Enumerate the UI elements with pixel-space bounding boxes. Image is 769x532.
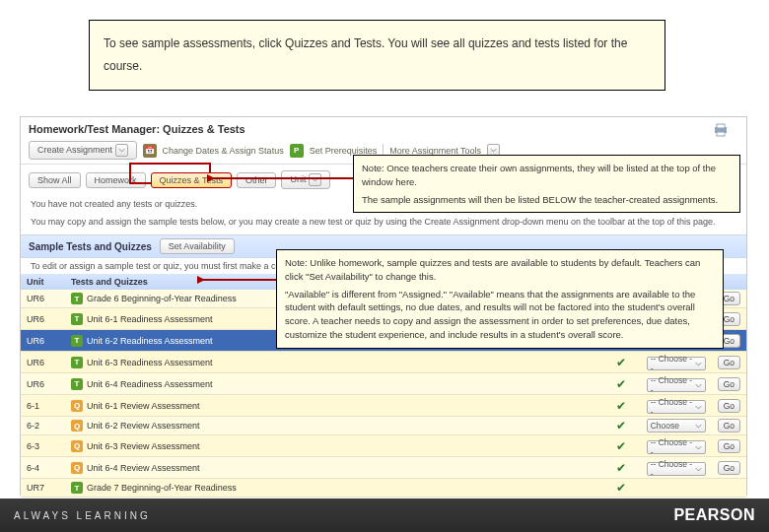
callout-teacher-assignments: Note: Once teachers create their own ass…	[353, 155, 740, 213]
set-prereq-link[interactable]: Set Prerequisites	[310, 146, 378, 156]
quiz-icon: Q	[71, 420, 83, 432]
cell-action	[641, 479, 712, 498]
table-row[interactable]: 6-1QUnit 6-1 Review Assessment✔-- Choose…	[21, 395, 746, 417]
check-icon: ✔	[607, 439, 635, 453]
cell-name: QUnit 6-4 Review Assessment	[65, 457, 601, 479]
go-button[interactable]: Go	[718, 356, 740, 369]
table-row[interactable]: 6-2QUnit 6-2 Review Assessment✔ChooseGo	[21, 417, 746, 435]
table-row[interactable]: 6-4QUnit 6-4 Review Assessment✔-- Choose…	[21, 457, 746, 479]
test-icon: T	[71, 313, 83, 325]
svg-rect-2	[717, 132, 725, 136]
check-icon: ✔	[607, 481, 635, 495]
cell-go: Go	[712, 457, 746, 479]
cell-available: ✔	[601, 373, 641, 395]
cell-action: -- Choose --	[641, 373, 712, 395]
cell-unit: UR6	[21, 373, 65, 395]
action-select[interactable]: -- Choose --	[647, 440, 706, 454]
quiz-icon: Q	[71, 440, 83, 452]
cell-go: Go	[712, 352, 746, 373]
action-select[interactable]: -- Choose --	[647, 400, 706, 414]
filter-homework[interactable]: Homework	[86, 172, 146, 188]
app-title: Homework/Test Manager: Quizzes & Tests	[21, 117, 746, 137]
test-icon: T	[71, 293, 83, 304]
check-icon: ✔	[607, 399, 635, 413]
cell-available: ✔	[601, 417, 641, 435]
cell-go: Go	[712, 395, 746, 417]
callout-text: The sample assignments will then be list…	[362, 193, 732, 207]
cell-available: ✔	[601, 395, 641, 417]
arrow-icon	[207, 170, 355, 200]
print-icon[interactable]	[713, 123, 729, 139]
table-row[interactable]: UR6TUnit 6-3 Readiness Assessment✔-- Cho…	[21, 352, 746, 373]
filter-show-all[interactable]: Show All	[29, 172, 81, 188]
footer-tagline: ALWAYS LEARNING	[14, 510, 151, 521]
cell-action: Choose	[641, 417, 712, 435]
go-button[interactable]: Go	[718, 399, 740, 413]
cell-go: Go	[712, 373, 746, 395]
create-assignment-button[interactable]: Create Assignment	[29, 141, 137, 160]
col-unit: Unit	[21, 274, 65, 290]
action-select[interactable]: Choose	[647, 419, 706, 432]
sample-section-title: Sample Tests and Quizzes	[29, 241, 152, 252]
cell-name: TGrade 7 Beginning-of-Year Readiness	[65, 479, 601, 498]
prereq-icon: P	[290, 144, 304, 158]
quiz-icon: Q	[71, 462, 83, 474]
arrow-icon	[197, 272, 282, 292]
go-button[interactable]: Go	[718, 461, 740, 475]
cell-go: Go	[712, 417, 746, 435]
change-dates-link[interactable]: Change Dates & Assign Status	[163, 146, 284, 156]
quiz-icon: Q	[71, 400, 83, 412]
calendar-icon: 📅	[143, 144, 157, 158]
go-button[interactable]: Go	[718, 377, 740, 391]
go-button[interactable]: Go	[718, 439, 740, 453]
table-row[interactable]: UR6TUnit 6-4 Readiness Assessment✔-- Cho…	[21, 373, 746, 395]
cell-available: ✔	[601, 479, 641, 498]
chevron-down-icon[interactable]	[115, 144, 128, 157]
cell-unit: UR6	[21, 352, 65, 373]
callout-text: "Available" is different from "Assigned.…	[285, 288, 715, 342]
action-select[interactable]: -- Choose --	[647, 378, 706, 392]
cell-action: -- Choose --	[641, 435, 712, 457]
cell-go: Go	[712, 435, 746, 457]
action-select[interactable]: -- Choose --	[647, 357, 706, 370]
instruction-callout: To see sample assessments, click Quizzes…	[89, 20, 665, 91]
test-icon: T	[71, 357, 83, 368]
cell-unit: 6-3	[21, 435, 65, 457]
cell-name: TUnit 6-3 Readiness Assessment	[65, 352, 601, 373]
cell-available: ✔	[601, 352, 641, 373]
table-row[interactable]: UR7TGrade 7 Beginning-of-Year Readiness✔	[21, 479, 746, 498]
create-label: Create Assignment	[37, 145, 112, 155]
test-icon: T	[71, 378, 83, 390]
cell-unit: 6-1	[21, 395, 65, 417]
cell-go	[712, 479, 746, 498]
cell-unit: UR6	[21, 330, 65, 352]
callout-text: Note: Once teachers create their own ass…	[362, 162, 732, 189]
cell-action: -- Choose --	[641, 395, 712, 417]
cell-unit: UR6	[21, 290, 65, 308]
cell-unit: 6-2	[21, 417, 65, 435]
callout-availability: Note: Unlike homework, sample quizzes an…	[276, 249, 724, 349]
cell-name: QUnit 6-3 Review Assessment	[65, 435, 601, 457]
action-select[interactable]: -- Choose --	[647, 462, 706, 476]
check-icon: ✔	[607, 377, 635, 391]
cell-unit: UR6	[21, 308, 65, 330]
info-copy-assign: You may copy and assign the sample tests…	[21, 213, 746, 231]
pearson-logo: PEARSON	[673, 506, 755, 524]
cell-available: ✔	[601, 435, 641, 457]
set-availability-button[interactable]: Set Availability	[160, 238, 235, 254]
more-tools-link[interactable]: More Assignment Tools	[389, 146, 481, 156]
cell-unit: 6-4	[21, 457, 65, 479]
cell-name: QUnit 6-2 Review Assessment	[65, 417, 601, 435]
slide-footer: ALWAYS LEARNING PEARSON	[0, 499, 769, 532]
check-icon: ✔	[607, 461, 635, 475]
cell-action: -- Choose --	[641, 457, 712, 479]
test-icon: T	[71, 482, 83, 494]
cell-name: QUnit 6-1 Review Assessment	[65, 395, 601, 417]
cell-name: TUnit 6-4 Readiness Assessment	[65, 373, 601, 395]
cell-unit: UR7	[21, 479, 65, 498]
go-button[interactable]: Go	[718, 419, 740, 432]
check-icon: ✔	[607, 419, 635, 432]
test-icon: T	[71, 335, 83, 347]
table-row[interactable]: 6-3QUnit 6-3 Review Assessment✔-- Choose…	[21, 435, 746, 457]
cell-action: -- Choose --	[641, 352, 712, 373]
